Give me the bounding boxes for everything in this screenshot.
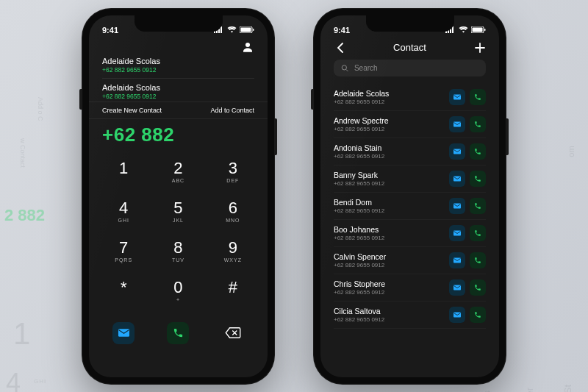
contact-call-button[interactable]	[470, 307, 486, 323]
contact-call-button[interactable]	[470, 198, 486, 214]
keypad-key-*[interactable]: *	[96, 271, 151, 311]
svg-rect-0	[214, 31, 215, 33]
contact-name: Calvin Spencer	[334, 252, 386, 261]
keypad-key-8[interactable]: 8TUV	[151, 232, 205, 271]
contact-name: Chris Stophere	[334, 279, 385, 288]
svg-rect-8	[118, 329, 129, 337]
keypad: 12ABC3DEF4GHI5JKL6MNO7PQRS8TUV9WXYZ*0+#	[89, 152, 268, 311]
phone-mockup-contacts: 9:41 Contact Adelaide Scolas+62 882 9655…	[313, 8, 506, 385]
contact-message-button[interactable]	[449, 225, 465, 241]
contact-row[interactable]: Calvin Spencer+62 882 9655 0912	[334, 247, 486, 274]
wifi-icon	[227, 26, 237, 33]
contact-name: Andrew Spectre	[334, 116, 389, 125]
keypad-key-9[interactable]: 9WXYZ	[206, 232, 260, 271]
keypad-key-7[interactable]: 7PQRS	[96, 232, 151, 271]
key-letters: GHI	[118, 218, 129, 224]
dialer-suggestion[interactable]: Adelaide Scolas+62 882 9655 0912	[102, 55, 254, 75]
contact-call-button[interactable]	[470, 143, 486, 160]
contact-row[interactable]: Adelaide Scolas+62 882 9655 0912	[334, 84, 486, 111]
add-to-contact-button[interactable]: Add to Contact	[210, 107, 254, 114]
contact-row[interactable]: Andonia Stain+62 882 9655 0912	[334, 138, 486, 165]
mail-icon	[453, 312, 461, 318]
contact-phone: +62 882 9655 0912	[334, 99, 389, 105]
mail-icon	[453, 285, 461, 291]
contact-row[interactable]: Andrew Spectre+62 882 9655 0912	[334, 111, 486, 138]
search-input[interactable]	[354, 64, 478, 72]
backspace-button[interactable]	[225, 327, 241, 338]
key-digit: 9	[229, 240, 237, 256]
svg-rect-9	[445, 31, 447, 33]
create-contact-button[interactable]: Create New Contact	[102, 107, 162, 114]
contact-message-button[interactable]	[449, 198, 465, 214]
keypad-key-6[interactable]: 6MNO	[206, 192, 260, 232]
key-letters: JKL	[173, 218, 184, 224]
key-digit: 0	[173, 279, 182, 296]
mail-icon	[453, 203, 461, 209]
contact-name: Andonia Stain	[334, 143, 384, 152]
contact-row[interactable]: Bendi Dom+62 882 9655 0912	[334, 193, 486, 220]
key-letters: WXYZ	[224, 257, 242, 263]
phone-icon	[173, 327, 184, 338]
message-button[interactable]	[112, 322, 135, 344]
mail-icon	[453, 176, 461, 182]
contact-phone: +62 882 9655 0912	[334, 289, 385, 296]
mail-icon	[453, 257, 461, 263]
contact-call-button[interactable]	[470, 171, 486, 187]
contact-call-button[interactable]	[470, 225, 486, 241]
contact-call-button[interactable]	[470, 116, 486, 132]
contact-row[interactable]: Cilcia Saltova+62 882 9655 0912	[334, 302, 486, 329]
add-contact-button[interactable]	[474, 42, 486, 54]
contact-name: Bendi Dom	[334, 198, 384, 207]
contact-message-button[interactable]	[449, 116, 465, 132]
key-digit: 5	[173, 200, 182, 216]
keypad-key-5[interactable]: 5JKL	[151, 192, 205, 232]
contact-phone: +62 882 9655 0912	[334, 126, 389, 132]
backspace-icon	[225, 327, 241, 338]
key-letters: ABC	[172, 178, 184, 184]
search-field[interactable]	[334, 60, 486, 76]
contact-call-button[interactable]	[470, 89, 486, 105]
contact-call-button[interactable]	[470, 279, 486, 296]
mail-icon	[453, 230, 461, 236]
keypad-key-4[interactable]: 4GHI	[96, 192, 151, 232]
phone-icon	[474, 121, 481, 128]
back-button[interactable]	[334, 42, 345, 54]
contact-row[interactable]: Chris Stophere+62 882 9655 0912	[334, 274, 486, 302]
contact-row[interactable]: Banny Spark+62 882 9655 0912	[334, 165, 486, 193]
contact-row[interactable]: Boo Johanes+62 882 9655 0912	[334, 220, 486, 247]
phone-icon	[474, 148, 481, 155]
call-button[interactable]	[167, 322, 189, 344]
keypad-key-0[interactable]: 0+	[151, 271, 205, 311]
contact-message-button[interactable]	[449, 171, 465, 187]
contact-phone: +62 882 9655 0912	[334, 316, 384, 323]
keypad-key-2[interactable]: 2ABC	[151, 152, 205, 192]
keypad-key-3[interactable]: 3DEF	[206, 152, 260, 192]
contact-list: Adelaide Scolas+62 882 9655 0912Andrew S…	[320, 82, 499, 329]
keypad-key-1[interactable]: 1	[96, 152, 151, 192]
phone-icon	[474, 93, 481, 101]
contact-message-button[interactable]	[449, 279, 465, 296]
profile-icon[interactable]	[241, 40, 254, 54]
suggestion-name: Adelaide Scolas	[102, 57, 254, 65]
contact-message-button[interactable]	[449, 252, 465, 268]
svg-rect-12	[452, 26, 453, 33]
contact-call-button[interactable]	[470, 252, 486, 268]
contact-phone: +62 882 9655 0912	[334, 180, 384, 187]
contact-message-button[interactable]	[449, 89, 465, 105]
svg-point-16	[342, 65, 346, 69]
key-digit: #	[229, 279, 237, 296]
contact-message-button[interactable]	[449, 307, 465, 323]
chevron-left-icon	[337, 43, 343, 53]
key-digit: 2	[173, 160, 182, 177]
dialer-suggestion[interactable]: Adelaide Scolas+62 882 9655 0912	[102, 82, 254, 101]
key-digit: 8	[173, 240, 182, 256]
svg-rect-15	[484, 29, 486, 31]
phone-mockup-dialer: 9:41 Adelaide Scolas+62 882 9655 0912Ade…	[82, 8, 275, 385]
wifi-icon	[459, 26, 468, 33]
key-letters: MNO	[226, 218, 240, 224]
plus-icon	[475, 43, 485, 53]
contact-message-button[interactable]	[449, 143, 465, 160]
keypad-key-#[interactable]: #	[206, 271, 260, 311]
key-digit: 3	[229, 160, 237, 177]
notch	[135, 15, 223, 32]
